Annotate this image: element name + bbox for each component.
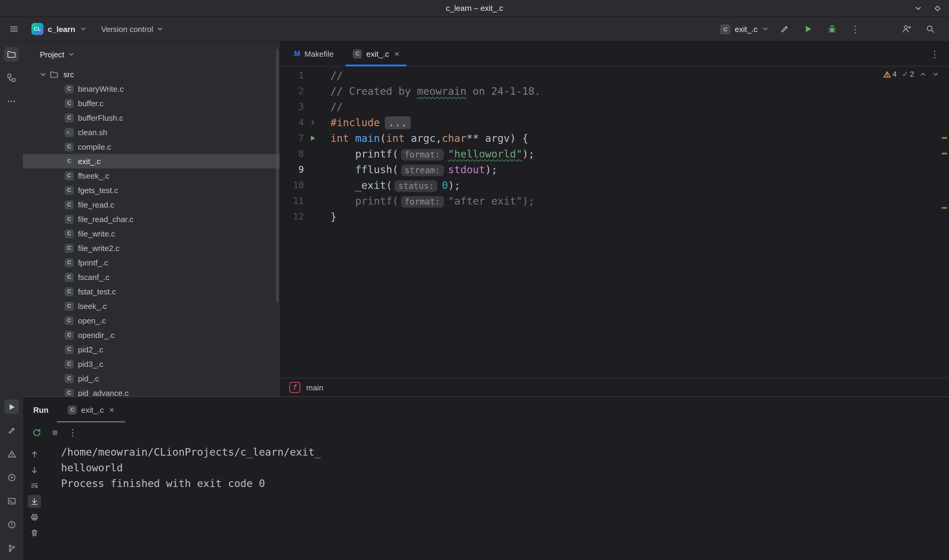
- add-user-icon[interactable]: [899, 21, 915, 37]
- clear-trash-icon[interactable]: [28, 526, 41, 540]
- code-line-11[interactable]: 11 printf(format:"after exit");: [280, 193, 949, 209]
- run-button-icon[interactable]: [800, 21, 816, 37]
- analysis-marker[interactable]: [942, 207, 947, 209]
- code-line-8[interactable]: 8 printf(format:"helloworld");: [280, 146, 949, 162]
- tree-file-file_write2.c[interactable]: Cfile_write2.c: [23, 241, 280, 255]
- tab-label: Makefile: [304, 49, 334, 58]
- tree-file-buffer.c[interactable]: Cbuffer.c: [23, 96, 280, 111]
- run-more-options-icon[interactable]: ⋮: [68, 428, 77, 437]
- tree-file-file_write.c[interactable]: Cfile_write.c: [23, 226, 280, 241]
- expand-arrow-icon[interactable]: [39, 70, 47, 78]
- tab-options-icon[interactable]: ⋮: [930, 42, 939, 66]
- project-widget[interactable]: CL c_learn: [31, 23, 87, 35]
- build-hammer-icon[interactable]: [777, 21, 793, 37]
- project-folder-icon[interactable]: [4, 47, 19, 62]
- project-panel-header[interactable]: Project: [23, 42, 280, 67]
- tree-file-clean.sh[interactable]: >_clean.sh: [23, 125, 280, 139]
- tab-makefile[interactable]: M Makefile: [287, 42, 341, 66]
- code-line-4[interactable]: 4#include...: [280, 115, 949, 130]
- analysis-marker[interactable]: [942, 137, 947, 139]
- tree-file-fstat_test.c[interactable]: Cfstat_test.c: [23, 284, 280, 299]
- window-minimize-chevron-icon[interactable]: [914, 4, 923, 13]
- tree-file-pid_advance.c[interactable]: Cpid_advance.c: [23, 386, 280, 397]
- passed-indicator[interactable]: ✓ 2: [902, 70, 914, 78]
- chevron-down-icon: [156, 25, 164, 32]
- down-arrow-icon[interactable]: [28, 463, 41, 477]
- structure-tool-icon[interactable]: [4, 71, 19, 85]
- run-gutter-icon[interactable]: [304, 135, 322, 142]
- next-issue-chevron-icon[interactable]: [932, 71, 939, 78]
- file-name: file_write.c: [78, 229, 115, 238]
- run-panel-header: Run C exit_.c ×: [23, 397, 949, 422]
- tree-folder-src[interactable]: src: [23, 67, 280, 82]
- problems-warning-icon[interactable]: [4, 446, 19, 461]
- tree-file-exit_.c[interactable]: Cexit_.c: [23, 154, 280, 168]
- more-tool-windows-icon[interactable]: [4, 94, 19, 109]
- code-line-2[interactable]: 2// Created by meowrain on 24-1-18.: [280, 83, 949, 99]
- hamburger-menu-icon[interactable]: [6, 21, 22, 37]
- scroll-to-end-icon[interactable]: [28, 495, 41, 508]
- console-output[interactable]: /home/meowrain/CLionProjects/c_learn/exi…: [61, 442, 949, 491]
- run-tab-exit-c[interactable]: C exit_.c ×: [62, 397, 120, 422]
- inspection-widget[interactable]: 4 ✓ 2: [883, 70, 939, 78]
- c-file-icon: C: [65, 243, 74, 252]
- code-line-12[interactable]: 12}: [280, 209, 949, 225]
- more-options-icon[interactable]: ⋮: [847, 21, 863, 37]
- code-line-1[interactable]: 1//: [280, 68, 949, 83]
- stop-icon[interactable]: [51, 428, 59, 437]
- terminal-tool-icon[interactable]: [4, 494, 19, 508]
- tree-file-pid2_.c[interactable]: Cpid2_.c: [23, 342, 280, 357]
- file-name: ffseek_.c: [78, 171, 110, 180]
- tab-exit-c[interactable]: C exit_.c ×: [346, 42, 407, 66]
- tree-file-opendir_.c[interactable]: Copendir_.c: [23, 328, 280, 342]
- rerun-icon[interactable]: [32, 428, 42, 437]
- run-config-selector[interactable]: C exit_.c: [721, 24, 769, 34]
- search-icon[interactable]: [923, 21, 938, 37]
- tree-file-fgets_test.c[interactable]: Cfgets_test.c: [23, 183, 280, 197]
- window-close-diamond-icon[interactable]: [933, 4, 942, 13]
- tree-file-pid3_.c[interactable]: Cpid3_.c: [23, 357, 280, 371]
- tree-file-open_.c[interactable]: Copen_.c: [23, 313, 280, 328]
- build-tool-icon[interactable]: [4, 423, 19, 437]
- code-text: }: [322, 211, 337, 223]
- project-scrollbar[interactable]: [276, 49, 278, 302]
- run-tool-icon[interactable]: [4, 400, 19, 414]
- sticky-function-line[interactable]: f main: [280, 378, 949, 397]
- up-arrow-icon[interactable]: [28, 448, 41, 461]
- c-config-icon: C: [721, 24, 731, 34]
- tree-file-file_read_char.c[interactable]: Cfile_read_char.c: [23, 212, 280, 226]
- console-icon-rail: [28, 448, 41, 540]
- tree-file-pid_.c[interactable]: Cpid_.c: [23, 371, 280, 386]
- close-run-tab-icon[interactable]: ×: [110, 405, 114, 415]
- code-line-10[interactable]: 10 _exit(status:0);: [280, 177, 949, 193]
- debug-bug-icon[interactable]: [824, 21, 839, 37]
- tree-file-lseek_.c[interactable]: Clseek_.c: [23, 299, 280, 313]
- code-editor[interactable]: 1//2// Created by meowrain on 24-1-18.3/…: [280, 66, 949, 378]
- code-line-9[interactable]: 9 fflush(stream:stdout);: [280, 162, 949, 177]
- version-control-widget[interactable]: Version control: [101, 25, 164, 34]
- fold-arrow-icon[interactable]: [304, 119, 322, 126]
- git-branch-icon[interactable]: [4, 541, 19, 555]
- print-icon[interactable]: [28, 511, 41, 524]
- line-number: 4: [280, 117, 304, 128]
- tree-file-binaryWrite.c[interactable]: CbinaryWrite.c: [23, 82, 280, 96]
- warnings-indicator[interactable]: 4: [883, 70, 897, 78]
- analysis-marker[interactable]: [942, 153, 947, 154]
- tree-file-bufferFlush.c[interactable]: CbufferFlush.c: [23, 111, 280, 125]
- services-play-circle-icon[interactable]: [4, 470, 19, 485]
- soft-wrap-icon[interactable]: [28, 479, 41, 492]
- file-name: pid3_.c: [78, 359, 103, 368]
- tree-file-compile.c[interactable]: Ccompile.c: [23, 139, 280, 154]
- tree-file-fprintf_.c[interactable]: Cfprintf_.c: [23, 255, 280, 270]
- tree-file-ffseek_.c[interactable]: Cffseek_.c: [23, 168, 280, 183]
- titlebar[interactable]: c_learn – exit_.c: [0, 0, 949, 17]
- errors-circle-icon[interactable]: [4, 517, 19, 532]
- prev-issue-chevron-icon[interactable]: [920, 71, 927, 78]
- code-line-3[interactable]: 3//: [280, 99, 949, 115]
- code-line-7[interactable]: 7int main(int argc,char** argv) {: [280, 130, 949, 146]
- line-number: 11: [280, 195, 304, 206]
- close-tab-icon[interactable]: ×: [395, 49, 399, 58]
- tree-file-file_read.c[interactable]: Cfile_read.c: [23, 197, 280, 212]
- tree-file-fscanf_.c[interactable]: Cfscanf_.c: [23, 270, 280, 284]
- console-line: Process finished with exit code 0: [61, 475, 949, 491]
